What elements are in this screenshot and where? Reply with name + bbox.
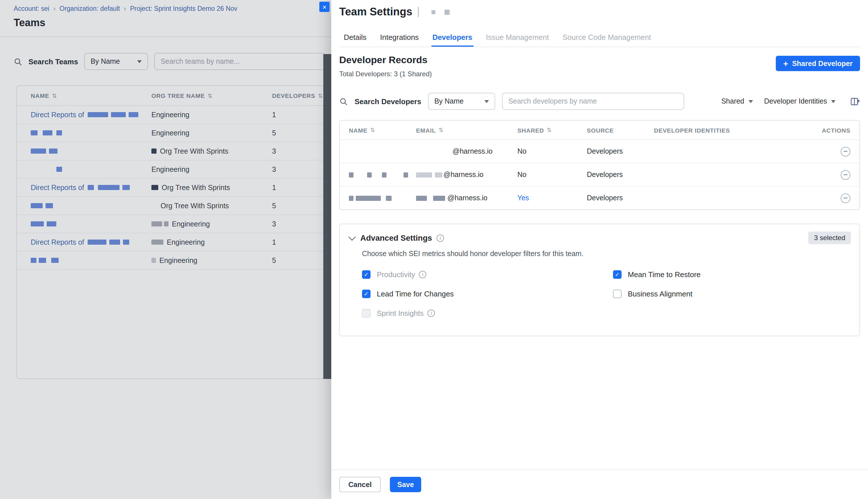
modal-backdrop[interactable]	[0, 0, 331, 499]
chevron-down-icon	[831, 100, 835, 103]
checkbox-label: Sprint Insights	[377, 309, 424, 317]
developer-email-cell: @harness.io	[416, 194, 517, 202]
developers-table-header: NAME⇅EMAIL⇅SHARED⇅SOURCEDEVELOPER IDENTI…	[340, 121, 859, 140]
actions-cell	[807, 147, 851, 156]
actions-cell	[807, 170, 851, 180]
checkbox-lead-time-for-changes[interactable]	[362, 289, 371, 298]
developers-sort-select[interactable]: By Name	[428, 93, 495, 110]
cancel-button[interactable]: Cancel	[339, 477, 381, 492]
checkbox-productivity[interactable]	[362, 270, 371, 279]
redacted-block	[382, 172, 386, 177]
developers-table-body: @harness.ioNoDevelopers@harness.ioNoDeve…	[340, 140, 859, 209]
actions-cell	[807, 193, 851, 203]
chevron-down-icon	[748, 100, 753, 103]
developer-identities-filter[interactable]: Developer Identities	[762, 94, 838, 109]
checkbox-column-right: Mean Time to RestoreBusiness Alignment	[613, 269, 859, 327]
column-header-name[interactable]: NAME⇅	[349, 126, 416, 133]
column-header-shared[interactable]: SHARED⇅	[517, 126, 587, 133]
tabs: DetailsIntegrationsDevelopersIssue Manag…	[339, 29, 860, 47]
shared-filter[interactable]: Shared	[719, 94, 755, 109]
advanced-settings-section: Advanced Settings 3 selected Choose whic…	[339, 223, 860, 336]
sort-icon: ⇅	[438, 127, 444, 133]
redacted-block	[416, 195, 427, 200]
info-icon	[419, 270, 426, 278]
column-header-email[interactable]: EMAIL⇅	[416, 126, 517, 133]
remove-developer-button[interactable]	[841, 170, 851, 180]
redacted-block	[445, 195, 447, 200]
redacted-block	[416, 172, 432, 177]
column-label: NAME	[349, 126, 367, 133]
tab-issue-management: Issue Management	[485, 29, 550, 47]
checkbox-label: Business Alignment	[628, 289, 692, 298]
drawer-title: Team Settings	[339, 6, 412, 18]
column-label: DEVELOPER IDENTITIES	[654, 126, 730, 133]
sort-icon: ⇅	[547, 127, 552, 133]
checkbox-label: Lead Time for Changes	[377, 289, 454, 298]
total-developers: Total Developers: 3 (1 Shared)	[339, 70, 432, 78]
redacted-block	[435, 172, 442, 177]
checkbox-row: Mean Time to Restore	[613, 269, 859, 280]
checkbox-business-alignment[interactable]	[613, 289, 622, 298]
shared-value: No	[517, 171, 587, 179]
info-icon	[428, 309, 435, 317]
text-cursor	[418, 7, 419, 17]
advanced-settings-header[interactable]: Advanced Settings 3 selected	[340, 224, 859, 244]
redacted-block	[386, 172, 403, 177]
column-header-source: SOURCE	[587, 126, 654, 133]
info-icon	[436, 234, 444, 242]
redacted-block	[353, 195, 356, 200]
tab-details[interactable]: Details	[343, 29, 368, 47]
developer-name-cell	[349, 172, 416, 177]
developer-email: @harness.io	[453, 147, 493, 155]
screen: Account: seiOrganization: defaultProject…	[0, 0, 868, 499]
developer-records-header: Developer Records Total Developers: 3 (1…	[339, 54, 860, 78]
search-icon	[339, 97, 348, 106]
close-button[interactable]	[319, 2, 329, 12]
chevron-down-icon[interactable]	[348, 233, 355, 240]
developers-sort-value: By Name	[434, 97, 463, 105]
table-row: @harness.ioYesDevelopers	[340, 187, 859, 209]
redacted-block	[349, 172, 353, 177]
chevron-down-icon	[484, 100, 489, 103]
redacted-block	[403, 172, 408, 177]
shared-developer-button-label: Shared Developer	[792, 59, 853, 68]
developer-name-cell	[349, 195, 416, 200]
remove-developer-button[interactable]	[841, 193, 851, 203]
advanced-settings-title: Advanced Settings	[360, 233, 432, 242]
column-settings-icon[interactable]	[851, 96, 860, 106]
checkbox-label: Mean Time to Restore	[628, 270, 701, 279]
redacted-block	[432, 172, 435, 177]
redacted-block	[349, 195, 353, 200]
drawer-footer: Cancel Save	[331, 470, 868, 499]
column-label: EMAIL	[416, 126, 436, 133]
save-button[interactable]: Save	[390, 477, 421, 492]
developers-table: NAME⇅EMAIL⇅SHARED⇅SOURCEDEVELOPER IDENTI…	[339, 120, 860, 210]
developers-search-input[interactable]	[502, 93, 684, 110]
drawer-body: Developer Records Total Developers: 3 (1…	[331, 47, 868, 470]
search-developers-label: Search Developers	[354, 97, 421, 106]
remove-developer-button[interactable]	[841, 147, 851, 156]
redacted-block	[372, 172, 382, 177]
checkbox-mean-time-to-restore[interactable]	[613, 270, 622, 279]
developer-email: @harness.io	[443, 171, 483, 179]
checkbox-row: Business Alignment	[613, 288, 859, 299]
tab-integrations[interactable]: Integrations	[379, 29, 420, 47]
redacted-block	[356, 195, 381, 200]
developer-identities-filter-label: Developer Identities	[764, 97, 827, 105]
team-settings-drawer: Team Settings DetailsIntegrationsDevelop…	[331, 0, 868, 499]
checkbox-row: Productivity	[362, 269, 613, 280]
column-header-actions: ACTIONS	[807, 126, 851, 133]
column-label: SOURCE	[587, 126, 614, 133]
selected-count-badge: 3 selected	[808, 232, 851, 244]
source-value: Developers	[587, 194, 654, 202]
tab-developers[interactable]: Developers	[431, 29, 473, 47]
developer-email-cell: @harness.io	[416, 147, 517, 155]
source-value: Developers	[587, 147, 654, 155]
checkbox-row: Lead Time for Changes	[362, 288, 613, 299]
section-title: Developer Records	[339, 54, 432, 66]
redacted-block	[416, 149, 453, 154]
plus-icon	[783, 59, 788, 68]
shared-value: Yes	[517, 194, 587, 202]
shared-developer-button[interactable]: Shared Developer	[776, 56, 860, 71]
redacted-block	[427, 195, 433, 200]
